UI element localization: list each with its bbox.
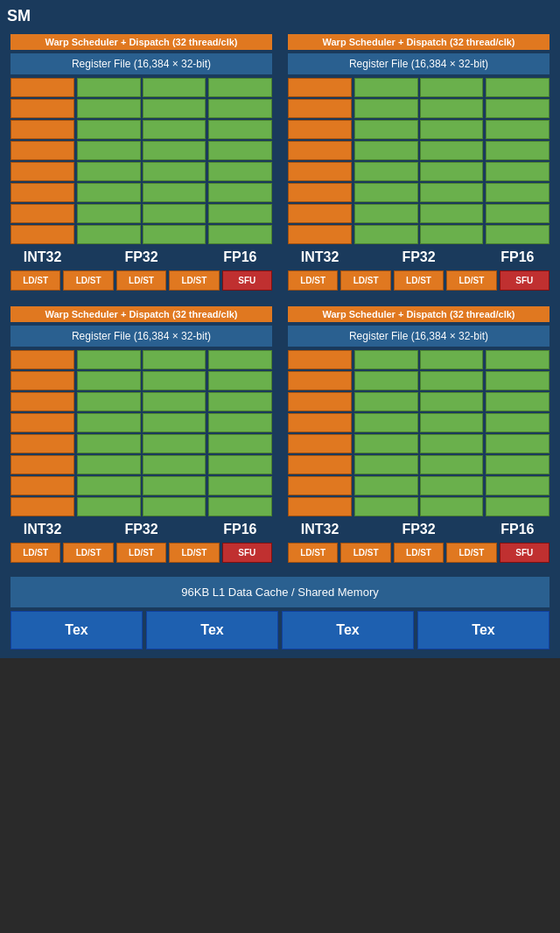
ldst-cell-3: LD/ST [116, 270, 166, 291]
ldst-row-1: LD/ST LD/ST LD/ST LD/ST SFU [10, 270, 272, 291]
fp32-label-2: FP32 [354, 246, 483, 267]
sfu-cell-2: SFU [500, 270, 550, 291]
fp32-block-2: FP32 [354, 78, 483, 267]
fp16-cell [208, 141, 272, 160]
warp-scheduler-3: Warp Scheduler + Dispatch (32 thread/clk… [10, 306, 272, 322]
register-file-2: Register File (16,384 × 32-bit) [288, 53, 550, 74]
int32-cell [10, 204, 74, 223]
int32-cell [10, 162, 74, 181]
int32-label-1: INT32 [10, 246, 74, 267]
fp32-cell [77, 141, 140, 160]
fp16-block-2: FP16 [486, 78, 550, 267]
fp32-cell [77, 78, 140, 97]
int32-block-4: INT32 [288, 350, 352, 539]
int32-cell [10, 99, 74, 118]
fp32-cell [77, 162, 140, 181]
fp16-block-1: FP16 [208, 78, 272, 267]
ldst-cell-8: LD/ST [446, 270, 496, 291]
bottom-bar: 96KB L1 Data Cache / Shared Memory Tex T… [5, 573, 555, 653]
quadrant-2: Warp Scheduler + Dispatch (32 thread/clk… [283, 29, 555, 296]
fp16-cell [208, 204, 272, 223]
tex-cell-1: Tex [10, 611, 143, 649]
quadrant-3: Warp Scheduler + Dispatch (32 thread/clk… [5, 301, 277, 568]
compute-units-3: INT32 FP32 [10, 350, 272, 539]
ldst-row-4: LD/ST LD/ST LD/ST LD/ST SFU [288, 543, 550, 563]
sfu-cell-3: SFU [222, 543, 272, 563]
int32-cell [10, 183, 74, 202]
register-file-4: Register File (16,384 × 32-bit) [288, 326, 550, 347]
int32-label-3: INT32 [10, 518, 74, 539]
fp16-cell [208, 78, 272, 97]
fp32-label-1: FP32 [77, 246, 206, 267]
ldst-cell-1: LD/ST [10, 270, 60, 291]
fp16-cell [208, 120, 272, 139]
ldst-row-2: LD/ST LD/ST LD/ST LD/ST SFU [288, 270, 550, 291]
int32-block-3: INT32 [10, 350, 74, 539]
fp32-block-1: FP32 [77, 78, 206, 267]
fp32-label-4: FP32 [354, 518, 483, 539]
int32-cell [10, 225, 74, 244]
int32-cell [10, 141, 74, 160]
tex-cell-4: Tex [417, 611, 550, 649]
fp16-label-4: FP16 [486, 518, 550, 539]
warp-scheduler-2: Warp Scheduler + Dispatch (32 thread/clk… [288, 34, 550, 50]
fp16-cell [208, 162, 272, 181]
fp16-block-4: FP16 [486, 350, 550, 539]
int32-cell [10, 78, 74, 97]
fp32-cell [143, 204, 206, 223]
quadrant-4: Warp Scheduler + Dispatch (32 thread/clk… [283, 301, 555, 568]
int32-block-1: INT32 [10, 78, 74, 267]
quadrant-1: Warp Scheduler + Dispatch (32 thread/clk… [5, 29, 277, 296]
int32-cell [10, 120, 74, 139]
ldst-cell-7: LD/ST [394, 270, 444, 291]
ldst-cell-14: LD/ST [340, 543, 390, 563]
fp32-cell [143, 120, 206, 139]
tex-row: Tex Tex Tex Tex [10, 611, 550, 649]
ldst-cell-11: LD/ST [116, 543, 166, 563]
fp32-block-4: FP32 [354, 350, 483, 539]
ldst-cell-15: LD/ST [394, 543, 444, 563]
fp32-cell [143, 225, 206, 244]
sfu-cell-4: SFU [500, 543, 550, 563]
warp-scheduler-4: Warp Scheduler + Dispatch (32 thread/clk… [288, 306, 550, 322]
fp16-label-2: FP16 [486, 246, 550, 267]
ldst-cell-4: LD/ST [169, 270, 219, 291]
fp32-cell [77, 99, 140, 118]
fp16-block-3: FP16 [208, 350, 272, 539]
ldst-cell-16: LD/ST [446, 543, 496, 563]
fp16-cell [208, 183, 272, 202]
register-file-1: Register File (16,384 × 32-bit) [10, 53, 272, 74]
fp32-block-3: FP32 [77, 350, 206, 539]
int32-label-4: INT32 [288, 518, 352, 539]
int32-block-2: INT32 [288, 78, 352, 267]
fp32-cell [143, 78, 206, 97]
fp16-cell [208, 99, 272, 118]
quadrants-grid: Warp Scheduler + Dispatch (32 thread/clk… [5, 29, 555, 568]
sm-title: SM [5, 5, 555, 29]
fp32-cell [143, 162, 206, 181]
ldst-row-3: LD/ST LD/ST LD/ST LD/ST SFU [10, 543, 272, 563]
fp16-label-1: FP16 [208, 246, 272, 267]
tex-cell-2: Tex [146, 611, 278, 649]
fp32-cell [77, 204, 140, 223]
compute-units-1: INT32 [10, 78, 272, 267]
ldst-cell-5: LD/ST [288, 270, 338, 291]
ldst-cell-9: LD/ST [10, 543, 60, 563]
fp32-cell [143, 183, 206, 202]
tex-cell-3: Tex [282, 611, 414, 649]
ldst-cell-12: LD/ST [169, 543, 219, 563]
ldst-cell-13: LD/ST [288, 543, 338, 563]
fp32-cell [143, 99, 206, 118]
fp32-cell [143, 141, 206, 160]
sm-container: SM Warp Scheduler + Dispatch (32 thread/… [0, 0, 560, 658]
warp-scheduler-1: Warp Scheduler + Dispatch (32 thread/clk… [10, 34, 272, 50]
fp32-cell [77, 120, 140, 139]
l1-cache: 96KB L1 Data Cache / Shared Memory [10, 577, 550, 607]
ldst-cell-2: LD/ST [63, 270, 113, 291]
compute-units-4: INT32 FP32 [288, 350, 550, 539]
compute-units-2: INT32 FP32 [288, 78, 550, 267]
int32-label-2: INT32 [288, 246, 352, 267]
fp16-label-3: FP16 [208, 518, 272, 539]
ldst-cell-6: LD/ST [340, 270, 390, 291]
fp16-cell [208, 225, 272, 244]
